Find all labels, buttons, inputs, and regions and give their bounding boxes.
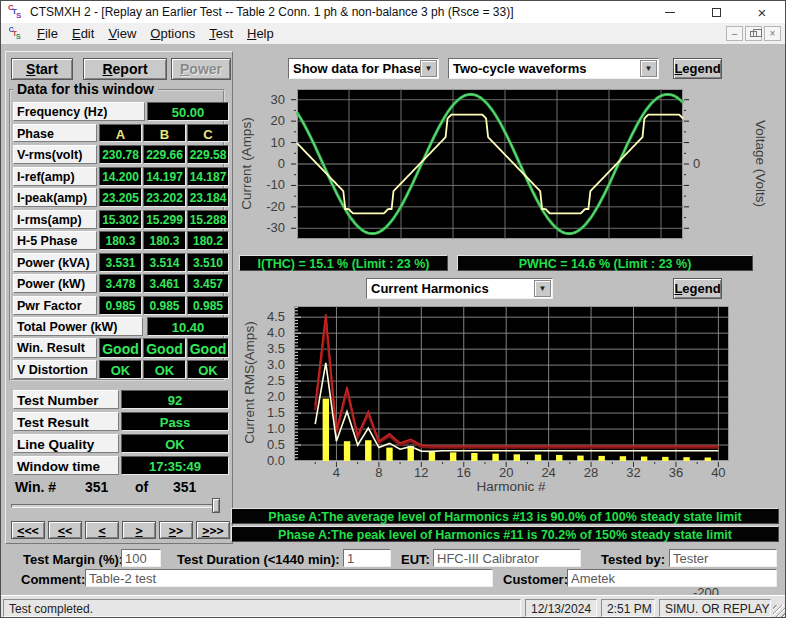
tested-by-input[interactable]: [669, 549, 777, 567]
waveform-right-axis-ticks: 3002001000-100-200-300: [691, 89, 737, 239]
chevron-down-icon[interactable]: ▼: [420, 60, 437, 77]
status-message: Test completed.: [3, 599, 521, 617]
nav-button-0[interactable]: <<<: [11, 521, 45, 539]
data-row-value: 15.302: [99, 210, 142, 229]
data-row-value: 3.510: [187, 253, 229, 272]
maximize-icon: [712, 8, 721, 17]
data-row-value: 14.187: [187, 167, 229, 186]
window-slider-track[interactable]: [11, 504, 219, 508]
win-result-b: Good: [143, 338, 186, 358]
menu-options[interactable]: Options: [143, 26, 202, 41]
win-number-of: of: [135, 479, 148, 495]
menu-help[interactable]: Help: [240, 26, 281, 41]
thc-indicator: I(THC) = 15.1 % (Limit : 23 %): [239, 255, 448, 271]
group-title: Data for this window: [13, 81, 158, 97]
tick-label: 4.5: [267, 309, 285, 325]
harmonics-peak-message: Phase A:The peak level of Harmonics #11 …: [231, 526, 779, 542]
legend-button[interactable]: Legend: [673, 58, 722, 79]
tick-label: 0.0: [267, 453, 285, 469]
harmonics-average-message: Phase A:The average level of Harmonics #…: [231, 508, 779, 524]
window-slider-thumb[interactable]: [212, 498, 220, 513]
v-distortion-label: V Distortion: [13, 360, 97, 379]
cts-menu-icon: CTS: [9, 26, 23, 40]
data-row-value: 23.205: [99, 188, 142, 207]
start-button[interactable]: Start: [11, 58, 73, 80]
report-button[interactable]: Report: [83, 58, 167, 80]
phase-c-header: C: [187, 124, 229, 142]
data-row-value: 15.299: [143, 210, 186, 229]
frequency-label: Frequency (Hz): [13, 102, 145, 121]
tick-label: -30: [266, 220, 285, 236]
test-duration-input[interactable]: [343, 549, 391, 567]
nav-button-5[interactable]: >>>: [196, 521, 230, 539]
mdi-restore-button[interactable]: [745, 26, 762, 41]
tick-label: 40: [705, 465, 731, 481]
eut-input[interactable]: [433, 549, 581, 567]
data-row-value: 3.457: [187, 274, 229, 293]
data-row-value: 0.985: [143, 296, 186, 315]
data-row-value: 23.202: [143, 188, 186, 207]
win-number-total: 351: [173, 479, 196, 495]
harmonics-y-axis-title: Current RMS(Amps): [242, 303, 257, 463]
data-row-label: I-ref(amp): [13, 167, 97, 186]
phase-a-header: A: [99, 124, 142, 142]
menu-edit[interactable]: Edit: [65, 26, 101, 41]
app-window: CTS CTSMXH 2 - [Replay an Earlier Test -…: [0, 0, 786, 618]
tick-label: 1.5: [267, 405, 285, 421]
nav-button-3[interactable]: >: [122, 521, 156, 539]
legend2-button[interactable]: Legend: [673, 278, 722, 299]
mdi-minimize-button[interactable]: –: [726, 26, 743, 41]
harmonics-plot: [287, 306, 729, 468]
v-distortion-a: OK: [99, 360, 142, 379]
tick-label: 0.5: [267, 437, 285, 453]
data-row-label: H-5 Phase: [13, 231, 97, 250]
tested-by-label: Tested by:: [601, 552, 665, 567]
test-duration-label: Test Duration (<1440 min):: [177, 552, 340, 567]
data-row-label: Pwr Factor: [13, 296, 97, 315]
resize-grip[interactable]: [773, 605, 786, 618]
chevron-down-icon[interactable]: ▼: [534, 280, 551, 297]
minimize-button[interactable]: [647, 1, 693, 23]
tick-label: 1.0: [267, 421, 285, 437]
tick-label: 32: [621, 465, 647, 481]
comment-input[interactable]: [85, 569, 493, 587]
close-button[interactable]: ×: [739, 1, 785, 23]
comment-label: Comment:: [21, 572, 85, 587]
harmonics-x-axis-title: Harmonic #: [421, 479, 601, 494]
mdi-close-button[interactable]: ×: [764, 26, 781, 41]
test-info-value: Pass: [121, 412, 229, 431]
test-info-value: OK: [121, 434, 229, 453]
data-row-label: Power (kVA): [13, 253, 97, 272]
chevron-down-icon[interactable]: ▼: [640, 60, 657, 77]
phase-label: Phase: [13, 124, 97, 142]
data-row-label: V-rms(volt): [13, 145, 97, 164]
maximize-button[interactable]: [693, 1, 739, 23]
data-row-value: 3.461: [143, 274, 186, 293]
eut-label: EUT:: [401, 552, 430, 567]
data-row-value: 23.184: [187, 188, 229, 207]
customer-input[interactable]: [567, 569, 777, 587]
menu-view[interactable]: View: [101, 26, 143, 41]
test-margin-input[interactable]: [121, 549, 161, 567]
data-row-value: 3.531: [99, 253, 142, 272]
tick-label: 8: [366, 465, 392, 481]
data-row-value: 3.514: [143, 253, 186, 272]
view-select-combo[interactable]: Two-cycle waveforms ▼: [448, 58, 659, 79]
nav-button-1[interactable]: <<: [48, 521, 82, 539]
tick-label: 4.0: [267, 325, 285, 341]
window-title: CTSMXH 2 - [Replay an Earlier Test -- Ta…: [30, 5, 513, 19]
harmonics-select-combo[interactable]: Current Harmonics ▼: [366, 278, 553, 299]
waveform-left-axis-title: Current (Amps): [239, 89, 254, 239]
data-row-value: 3.478: [99, 274, 142, 293]
nav-button-2[interactable]: <: [85, 521, 119, 539]
waveform-plot: [290, 89, 690, 239]
win-number-label: Win. #: [15, 479, 56, 495]
tick-label: 10: [271, 135, 285, 151]
nav-button-4[interactable]: >>: [159, 521, 193, 539]
menu-test[interactable]: Test: [202, 26, 240, 41]
phase-select-value: Show data for Phase A: [293, 61, 433, 76]
menu-file[interactable]: File: [30, 26, 65, 41]
phase-select-combo[interactable]: Show data for Phase A ▼: [288, 58, 439, 79]
pwhc-indicator: PWHC = 14.6 % (Limit : 23 %): [457, 255, 753, 271]
v-distortion-c: OK: [187, 360, 229, 379]
